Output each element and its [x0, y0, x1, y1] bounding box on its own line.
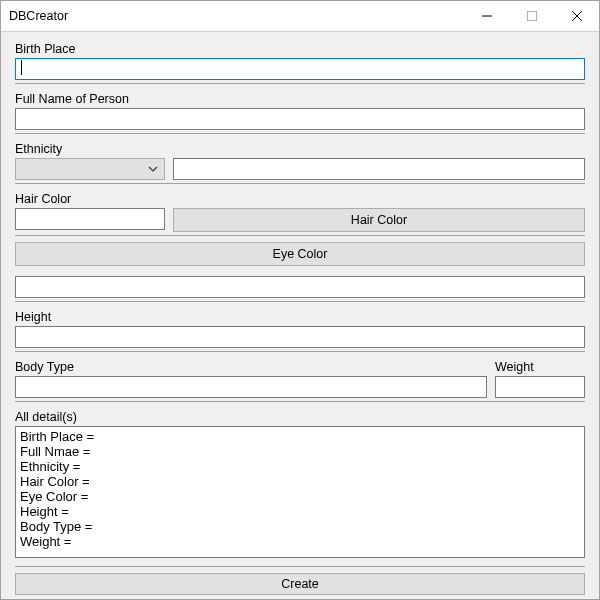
hair-color-input[interactable] [15, 208, 165, 230]
ethnicity-select[interactable] [15, 158, 165, 180]
close-button[interactable] [554, 1, 599, 31]
full-name-label: Full Name of Person [15, 90, 585, 106]
chevron-down-icon [148, 164, 158, 174]
eye-color-button[interactable]: Eye Color [15, 242, 585, 266]
height-label: Height [15, 308, 585, 324]
birth-place-label: Birth Place [15, 40, 585, 56]
separator [15, 183, 585, 184]
eye-color-button-label: Eye Color [273, 247, 328, 261]
create-button-label: Create [281, 577, 319, 591]
hair-color-label: Hair Color [15, 190, 585, 206]
separator [15, 401, 585, 402]
body-type-label: Body Type [15, 358, 487, 374]
text-caret [21, 60, 22, 75]
maximize-icon [527, 11, 537, 21]
separator [15, 235, 585, 236]
separator [15, 133, 585, 134]
body-type-input[interactable] [15, 376, 487, 398]
svg-rect-1 [527, 12, 536, 21]
window-title: DBCreator [1, 9, 68, 23]
birth-place-input[interactable] [15, 58, 585, 80]
close-icon [572, 11, 582, 21]
full-name-input[interactable] [15, 108, 585, 130]
minimize-button[interactable] [464, 1, 509, 31]
client-area: Birth Place Full Name of Person Ethnicit… [1, 32, 599, 599]
weight-label: Weight [495, 358, 585, 374]
height-input[interactable] [15, 326, 585, 348]
app-window: DBCreator Birth Place Full Name of Perso… [0, 0, 600, 600]
maximize-button [509, 1, 554, 31]
ethnicity-label: Ethnicity [15, 140, 585, 156]
all-details-label: All detail(s) [15, 408, 585, 424]
separator [15, 566, 585, 567]
titlebar: DBCreator [1, 1, 599, 32]
hair-color-button[interactable]: Hair Color [173, 208, 585, 232]
separator [15, 301, 585, 302]
separator [15, 351, 585, 352]
create-button[interactable]: Create [15, 573, 585, 595]
all-details-textarea[interactable]: Birth Place = Full Nmae = Ethnicity = Ha… [15, 426, 585, 558]
eye-color-result-input[interactable] [15, 276, 585, 298]
weight-input[interactable] [495, 376, 585, 398]
separator [15, 83, 585, 84]
minimize-icon [482, 11, 492, 21]
hair-color-button-label: Hair Color [351, 213, 407, 227]
ethnicity-input[interactable] [173, 158, 585, 180]
